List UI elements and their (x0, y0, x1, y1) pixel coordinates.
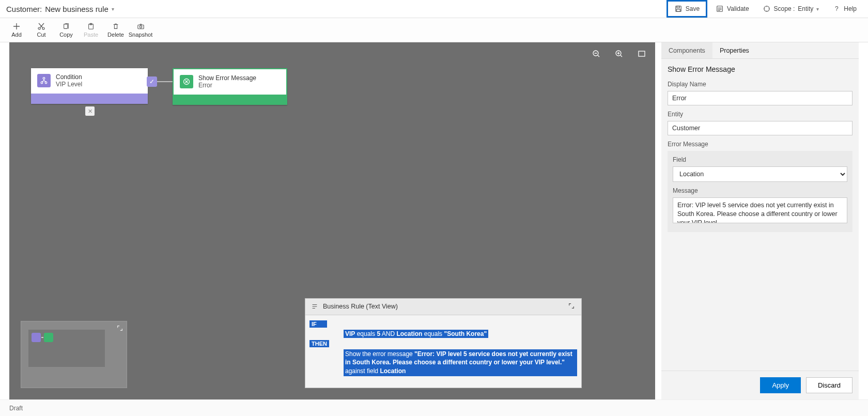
error-node-subtitle: Error (198, 82, 256, 89)
svg-rect-2 (676, 9, 680, 11)
display-name-input[interactable] (668, 91, 853, 105)
svg-rect-7 (64, 24, 68, 29)
discard-button[interactable]: Discard (806, 377, 853, 393)
paste-label: Paste (84, 32, 98, 38)
save-button[interactable]: Save (667, 0, 707, 18)
svg-point-16 (41, 82, 43, 84)
copy-label: Copy (59, 32, 73, 38)
display-name-label: Display Name (668, 81, 853, 88)
svg-rect-14 (639, 51, 645, 56)
cut-icon (37, 22, 45, 30)
node-connector (157, 81, 173, 82)
scope-button[interactable]: Scope : Entity ▾ (757, 3, 825, 15)
scope-label: Scope : (774, 5, 795, 12)
zoom-out-button[interactable] (591, 49, 601, 59)
error-node-title: Show Error Message (198, 74, 256, 82)
keyword-if: IF (309, 320, 327, 328)
if-condition-text: VIP equals 5 AND Location equals "South … (344, 330, 488, 338)
error-node-footer (173, 95, 287, 105)
condition-node-subtitle: VIP Level (56, 81, 82, 88)
error-message-group: Field Location Message (668, 151, 853, 232)
svg-point-11 (140, 25, 142, 27)
message-label: Message (673, 187, 847, 194)
design-canvas[interactable]: Condition VIP Level ✓ Show Error Message… (9, 42, 655, 399)
copy-button[interactable]: Copy (54, 20, 79, 40)
chevron-down-icon: ▾ (816, 6, 819, 12)
text-view-title: Business Rule (Text View) (323, 303, 398, 310)
error-message-icon (180, 75, 193, 88)
then-action-text: Show the error message "Error: VIP level… (344, 349, 577, 376)
header-title-prefix: Customer: (6, 5, 42, 13)
plus-icon (12, 22, 21, 30)
svg-point-15 (43, 78, 45, 80)
main-layout: Condition VIP Level ✓ Show Error Message… (9, 42, 859, 399)
svg-rect-1 (677, 6, 679, 8)
help-icon: ? (832, 5, 841, 13)
svg-point-17 (45, 82, 47, 84)
fit-canvas-button[interactable] (637, 49, 647, 59)
branch-false-handle[interactable]: ✕ (85, 106, 95, 116)
validate-label: Validate (727, 5, 749, 12)
copy-icon (62, 22, 70, 30)
error-message-label: Error Message (668, 141, 853, 148)
camera-icon (136, 22, 145, 30)
message-textarea[interactable] (673, 197, 847, 223)
tab-properties[interactable]: Properties (712, 42, 756, 58)
tab-components[interactable]: Components (661, 42, 712, 58)
business-rule-text-view: Business Rule (Text View) IF VIP equals … (305, 298, 582, 388)
side-panel: Components Properties Show Error Message… (661, 42, 859, 399)
chevron-down-icon[interactable]: ▾ (112, 6, 114, 12)
save-icon (674, 5, 683, 13)
add-button[interactable]: Add (4, 20, 29, 40)
error-message-node[interactable]: Show Error Message Error (173, 68, 287, 105)
keyword-then: THEN (309, 340, 329, 347)
condition-node-title: Condition (56, 73, 82, 81)
snapshot-label: Snapshot (129, 32, 152, 38)
minimap-error-node (44, 333, 53, 342)
save-label: Save (686, 5, 700, 12)
svg-point-6 (42, 27, 44, 29)
condition-node[interactable]: Condition VIP Level (31, 68, 148, 104)
condition-node-footer (31, 94, 148, 104)
validate-button[interactable]: Validate (710, 3, 754, 15)
scope-value: Entity (798, 5, 813, 12)
minimap-expand-icon[interactable] (116, 325, 123, 332)
delete-button[interactable]: Delete (103, 20, 128, 40)
minimap-condition-node (32, 333, 41, 342)
text-view-expand-button[interactable] (568, 302, 576, 311)
entity-input[interactable] (668, 121, 853, 135)
status-bar: Draft (0, 399, 868, 416)
cut-button[interactable]: Cut (29, 20, 54, 40)
trash-icon (112, 22, 120, 30)
field-select[interactable]: Location (673, 166, 847, 182)
validate-icon (716, 5, 724, 13)
text-view-icon (311, 302, 319, 311)
status-draft: Draft (9, 405, 23, 412)
snapshot-button[interactable]: Snapshot (128, 20, 153, 40)
help-button[interactable]: ? Help (827, 3, 862, 15)
top-header: Customer: New business rule ▾ Save Valid… (0, 0, 868, 18)
add-label: Add (11, 32, 22, 38)
cut-label: Cut (37, 32, 45, 38)
header-title-main: New business rule (45, 5, 109, 13)
zoom-in-button[interactable] (614, 49, 624, 59)
condition-icon (37, 74, 51, 87)
minimap[interactable] (21, 321, 127, 388)
entity-label: Entity (668, 111, 853, 118)
paste-icon (87, 22, 95, 30)
properties-section-title: Show Error Message (668, 65, 853, 73)
svg-point-5 (38, 27, 40, 29)
branch-true-handle[interactable]: ✓ (147, 76, 157, 87)
minimap-connector (41, 337, 43, 338)
scope-icon (763, 5, 771, 13)
toolbar: Add Cut Copy Paste Delete Snapshot (0, 18, 868, 42)
delete-label: Delete (107, 32, 124, 38)
help-label: Help (844, 5, 857, 12)
paste-button: Paste (79, 20, 103, 40)
minimap-viewport (28, 330, 105, 367)
apply-button[interactable]: Apply (760, 377, 801, 393)
field-label: Field (673, 156, 847, 163)
